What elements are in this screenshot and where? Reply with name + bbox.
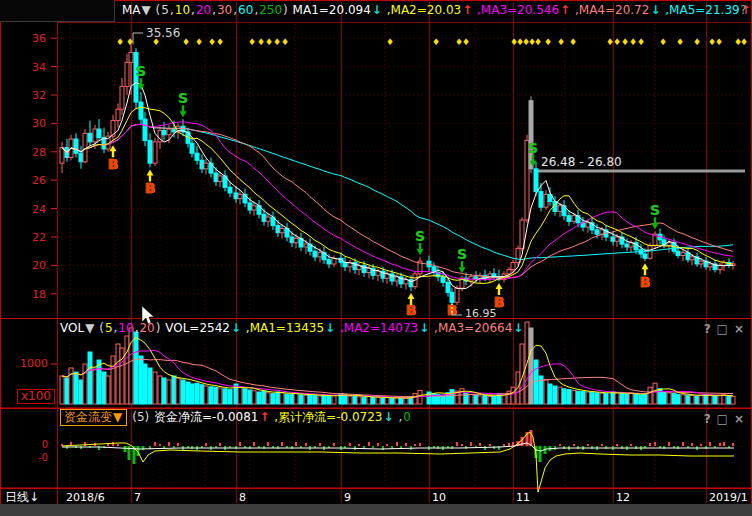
candle <box>190 143 194 153</box>
volume-bar <box>639 395 643 404</box>
price-axis-label: 36 <box>32 32 46 45</box>
volume-pane-close-icon[interactable]: × <box>734 322 744 336</box>
volume-bar <box>699 395 703 404</box>
candle <box>516 248 520 262</box>
x-axis-label: 7 <box>134 491 141 504</box>
fund-indicator-selector[interactable]: 资金流变▼ <box>60 409 127 426</box>
low-price-label: 16.95 <box>465 307 497 320</box>
ma-indicator-value: 5 <box>161 3 169 17</box>
ma-indicator-value: ,MA5=21.39 <box>661 3 739 17</box>
fund-bar <box>112 442 114 446</box>
volume-indicator-value: ) <box>156 321 165 335</box>
fund-bar <box>386 444 388 446</box>
period-selector[interactable]: 日线↓ <box>5 491 39 503</box>
volume-bar <box>722 395 726 404</box>
volume-bar <box>662 392 666 404</box>
volume-bar <box>214 387 218 404</box>
volume-bar <box>348 396 352 404</box>
volume-indicator-value: ↓ <box>231 321 241 335</box>
ma-indicator-selector[interactable]: MA <box>122 3 141 17</box>
sell-marker: S <box>136 63 146 79</box>
volume-bar <box>376 397 380 404</box>
ma-indicator-value: 30 <box>217 3 232 17</box>
volume-indicator-value: ,MA2=14073 <box>336 321 418 335</box>
fund-zero-label: 0 <box>28 440 48 450</box>
candle <box>129 52 133 62</box>
candle <box>332 258 336 264</box>
volume-bar <box>567 390 571 404</box>
ma-indicator-value: ↑ <box>560 3 570 17</box>
period-label: 日线 <box>5 490 29 504</box>
volume-bar <box>238 387 242 404</box>
symbol-cell[interactable] <box>0 0 115 22</box>
price-axis-label: 30 <box>32 117 46 130</box>
candle <box>200 160 204 169</box>
volume-bar <box>285 394 289 404</box>
fund-bar <box>461 444 463 446</box>
volume-bar <box>672 394 676 404</box>
candle <box>97 129 101 138</box>
help-icon[interactable]: ? <box>740 3 747 16</box>
event-diamond-icon: ♦ <box>248 37 256 47</box>
event-diamond-icon: ♦ <box>216 37 224 47</box>
volume-pane-maximize-icon[interactable]: □ <box>717 322 728 336</box>
event-diamond-icon: ♦ <box>629 37 637 47</box>
candle <box>455 288 459 302</box>
volume-bar <box>474 395 478 404</box>
x-axis-label: 11 <box>516 491 530 504</box>
candle <box>79 153 83 162</box>
event-diamond-icon: ♦ <box>637 37 645 47</box>
fund-bar <box>205 443 207 446</box>
fund-indicator-value: 资金净流=-0.0081 <box>154 410 258 424</box>
volume-bar <box>562 389 566 404</box>
volume-bar <box>139 356 143 404</box>
volume-bar <box>134 332 138 404</box>
sell-arrow-icon <box>180 105 187 117</box>
candle <box>60 148 64 164</box>
volume-indicator-selector[interactable]: VOL <box>60 321 84 335</box>
volume-bar <box>625 394 629 404</box>
volume-bar <box>548 384 552 404</box>
fund-bar <box>700 444 702 446</box>
fund-pane-maximize-icon[interactable]: □ <box>717 412 728 426</box>
event-diamond-icon: ♦ <box>621 37 629 47</box>
candle <box>534 169 538 192</box>
candle <box>507 270 511 274</box>
volume-bar <box>200 385 204 404</box>
volume-bar <box>262 391 266 404</box>
candle <box>643 254 647 258</box>
volume-bar <box>158 376 162 404</box>
ma-indicator-selector[interactable]: ▼ <box>142 3 151 17</box>
fund-pane-help-icon[interactable]: ? <box>704 412 711 426</box>
volume-bar <box>106 376 110 404</box>
fund-indicator-value: ,累计净流=-0.0723 <box>270 410 382 424</box>
buy-marker: B <box>640 274 651 290</box>
price-axis-label: 20 <box>32 259 46 272</box>
ma-indicator-value: 60 <box>238 3 253 17</box>
volume-pane-help-icon[interactable]: ? <box>704 322 711 336</box>
fund-pane-close-icon[interactable]: × <box>734 412 744 426</box>
candle <box>262 214 266 221</box>
volume-indicator-selector[interactable]: ▼ <box>85 321 94 335</box>
volume-bar <box>727 396 731 404</box>
volume-bar <box>586 392 590 404</box>
candle <box>304 244 308 247</box>
price-range-line <box>536 170 745 173</box>
fund-bar <box>319 443 321 446</box>
candle <box>539 192 543 208</box>
fund-bar <box>239 442 241 446</box>
volume-indicator-value: ↓ <box>325 321 335 335</box>
candle <box>172 129 176 132</box>
volume-bar <box>218 388 222 404</box>
fund-bar <box>503 444 505 446</box>
volume-bar <box>676 394 680 404</box>
candle <box>266 217 270 221</box>
candle <box>648 246 652 259</box>
fund-indicator-value: ↑ <box>259 410 269 424</box>
volume-bar <box>97 360 101 404</box>
fund-bar <box>219 443 221 446</box>
volume-bar <box>395 398 399 404</box>
candle <box>162 131 166 135</box>
x-axis-label: 10 <box>432 491 446 504</box>
fund-bar <box>668 442 670 446</box>
